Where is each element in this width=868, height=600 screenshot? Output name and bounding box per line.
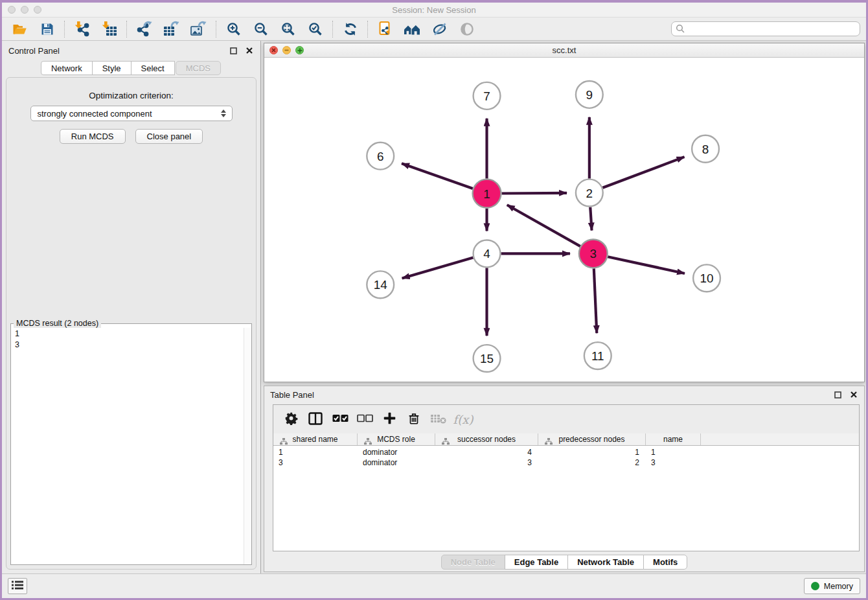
graph-node-7[interactable]: 7 xyxy=(474,82,501,110)
zoom-selected-button[interactable] xyxy=(303,19,327,39)
import-table-button[interactable] xyxy=(97,19,121,39)
graph-node-15[interactable]: 15 xyxy=(474,345,501,372)
network-window-titlebar[interactable]: scc.txt xyxy=(264,43,864,58)
open-session-button[interactable] xyxy=(8,19,32,39)
clone-network-icon xyxy=(377,21,393,37)
tab-node-table[interactable]: Node Table xyxy=(441,555,505,570)
close-table-panel-button[interactable] xyxy=(849,390,858,399)
svg-text:4: 4 xyxy=(483,247,490,260)
add-column-button[interactable] xyxy=(378,408,401,430)
graph-node-2[interactable]: 2 xyxy=(576,179,603,207)
tab-select[interactable]: Select xyxy=(131,61,175,75)
window-close-button[interactable] xyxy=(8,6,16,14)
graph-node-3[interactable]: 3 xyxy=(579,239,608,268)
graph-node-10[interactable]: 10 xyxy=(693,264,720,292)
task-history-button[interactable] xyxy=(8,578,27,594)
zoom-selected-icon xyxy=(308,21,323,37)
graph-edge-3-11[interactable] xyxy=(594,268,597,333)
graph-node-1[interactable]: 1 xyxy=(473,179,501,208)
cell-name[interactable]: 3 xyxy=(646,458,701,467)
zoom-out-button[interactable] xyxy=(249,19,273,39)
memory-button[interactable]: Memory xyxy=(804,578,860,594)
tab-motifs[interactable]: Motifs xyxy=(643,555,687,570)
network-minimize-button[interactable] xyxy=(282,46,291,54)
tab-network-table[interactable]: Network Table xyxy=(567,555,644,570)
column-browser-button[interactable] xyxy=(304,408,327,430)
graph-edge-3-1[interactable] xyxy=(507,205,580,246)
graph-node-8[interactable]: 8 xyxy=(692,135,719,163)
network-zoom-button[interactable] xyxy=(295,46,304,54)
graph-node-11[interactable]: 11 xyxy=(584,342,611,369)
tab-network[interactable]: Network xyxy=(41,61,93,75)
graph-node-6[interactable]: 6 xyxy=(367,143,394,170)
cell-shared-name[interactable]: 3 xyxy=(273,458,358,467)
select-all-rows-button[interactable] xyxy=(328,408,352,430)
graph-node-4[interactable]: 4 xyxy=(474,240,501,267)
save-session-button[interactable] xyxy=(35,19,59,39)
close-panel-button[interactable] xyxy=(245,46,254,55)
float-panel-button[interactable] xyxy=(229,46,238,55)
select-all-icon xyxy=(332,414,348,424)
float-table-panel-button[interactable] xyxy=(833,390,842,399)
refresh-view-button[interactable] xyxy=(338,19,362,39)
tab-edge-table[interactable]: Edge Table xyxy=(505,555,568,570)
result-scrollbar[interactable] xyxy=(244,328,251,564)
zoom-in-button[interactable] xyxy=(222,19,246,39)
zoom-fit-button[interactable] xyxy=(276,19,300,39)
graph-node-14[interactable]: 14 xyxy=(367,271,394,298)
graph-canvas[interactable]: 1234678910111415 xyxy=(264,58,864,382)
tab-mcds[interactable]: MCDS xyxy=(176,61,221,75)
mcds-result-title: MCDS result (2 nodes) xyxy=(14,319,101,328)
column-header-MCDS-role[interactable]: MCDS role xyxy=(358,433,435,445)
eye-disabled-icon xyxy=(459,21,475,37)
cell-predecessor-nodes[interactable]: 2 xyxy=(538,458,646,467)
table-row[interactable]: 1dominator411 xyxy=(273,447,859,457)
svg-text:9: 9 xyxy=(586,88,593,102)
graph-edge-1-2[interactable] xyxy=(501,193,567,194)
home-layout-button[interactable] xyxy=(400,19,424,39)
cell-successor-nodes[interactable]: 4 xyxy=(435,448,538,457)
network-close-button[interactable] xyxy=(269,46,278,54)
network-canvas[interactable]: 1234678910111415 xyxy=(264,58,864,382)
graph-edge-2-3[interactable] xyxy=(590,207,591,231)
table-settings-button[interactable] xyxy=(279,408,303,430)
cell-successor-nodes[interactable]: 3 xyxy=(435,458,538,467)
table-row[interactable]: 3dominator323 xyxy=(273,457,859,468)
cell-MCDS-role[interactable]: dominator xyxy=(358,458,435,467)
export-table-button[interactable] xyxy=(159,19,183,39)
toolbar-group-3 xyxy=(132,19,211,39)
apply-style-button[interactable] xyxy=(428,19,451,39)
export-image-button[interactable] xyxy=(187,19,211,39)
search-input[interactable] xyxy=(671,21,860,36)
column-header-shared-name[interactable]: shared name xyxy=(273,433,358,445)
clone-network-button[interactable] xyxy=(373,19,397,39)
application-window: { "window": { "title": "Session: New Ses… xyxy=(0,0,868,600)
network-view-window[interactable]: scc.txt 1234678910111415 xyxy=(264,43,865,382)
graph-edge-2-8[interactable] xyxy=(602,157,684,188)
delete-column-button[interactable] xyxy=(402,408,426,430)
window-titlebar[interactable]: Session: New Session xyxy=(2,3,866,17)
cell-predecessor-nodes[interactable]: 1 xyxy=(538,448,646,457)
column-header-name[interactable]: name xyxy=(646,433,701,445)
optimization-criterion-select[interactable]: strongly connected component xyxy=(30,106,233,121)
column-header-predecessor-nodes[interactable]: predecessor nodes xyxy=(538,433,646,445)
window-zoom-button[interactable] xyxy=(34,6,41,14)
cell-shared-name[interactable]: 1 xyxy=(273,448,358,457)
control-panel-header: Control Panel xyxy=(2,41,260,60)
export-network-button[interactable] xyxy=(132,19,156,39)
cell-MCDS-role[interactable]: dominator xyxy=(358,448,435,457)
deselect-all-rows-button[interactable] xyxy=(353,408,376,430)
graph-edge-4-14[interactable] xyxy=(402,257,474,278)
graph-edge-3-10[interactable] xyxy=(608,257,685,273)
window-minimize-button[interactable] xyxy=(21,6,29,14)
cell-name[interactable]: 1 xyxy=(646,448,701,457)
graph-node-9[interactable]: 9 xyxy=(576,81,603,108)
run-mcds-button[interactable]: Run MCDS xyxy=(60,129,126,144)
tab-style[interactable]: Style xyxy=(92,61,131,75)
table-toolbar: f(x) xyxy=(273,405,859,433)
import-network-button[interactable] xyxy=(70,19,94,39)
control-panel-title: Control Panel xyxy=(8,46,60,56)
close-panel-button-2[interactable]: Close panel xyxy=(135,129,203,144)
graph-edge-1-6[interactable] xyxy=(402,163,473,189)
column-header-successor-nodes[interactable]: successor nodes xyxy=(435,433,538,445)
